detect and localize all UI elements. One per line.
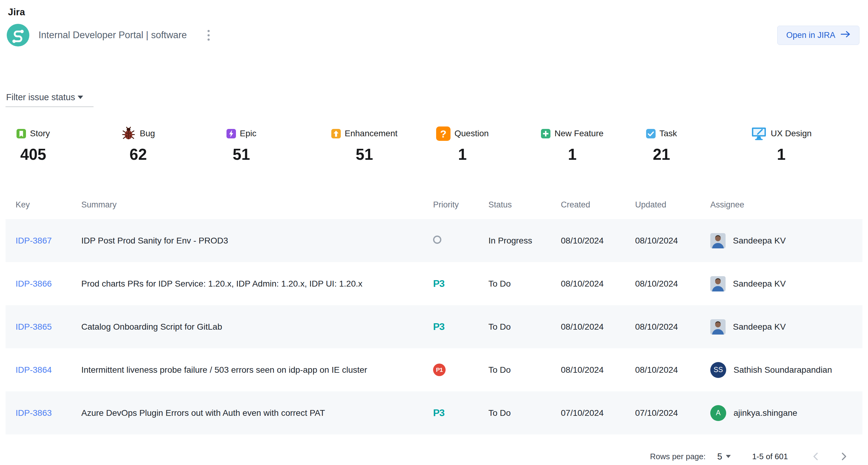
updated-cell: 08/10/2024 <box>625 322 700 332</box>
next-page-button[interactable] <box>835 448 852 465</box>
table-row: IDP-3865Catalog Onboarding Script for Gi… <box>5 305 863 348</box>
chevron-right-icon <box>838 451 849 462</box>
chevron-down-icon <box>78 96 83 99</box>
status-cell: To Do <box>478 408 551 418</box>
column-header-created: Created <box>551 200 625 209</box>
assignee-name: Sandeepa KV <box>733 322 786 332</box>
assignee-cell: Sandeepa KV <box>700 276 863 292</box>
stat-card: Enhancement 51 <box>331 125 398 163</box>
avatar: SS <box>710 362 726 378</box>
table-body: IDP-3867IDP Post Prod Sanity for Env - P… <box>5 219 863 434</box>
summary-cell: Catalog Onboarding Script for GitLab <box>71 322 423 332</box>
status-cell: In Progress <box>478 236 551 246</box>
avatar <box>710 233 725 248</box>
stat-card: UX Design 1 <box>751 125 812 163</box>
priority-cell: P3 <box>423 321 478 332</box>
stat-card: ? Question 1 <box>436 125 489 163</box>
issue-key-link[interactable]: IDP-3866 <box>16 279 52 289</box>
status-cell: To Do <box>478 322 551 332</box>
stat-count: 405 <box>20 145 46 163</box>
summary-cell: IDP Post Prod Sanity for Env - PROD3 <box>71 236 423 246</box>
avatar <box>710 276 725 292</box>
stat-label: Task <box>659 129 677 138</box>
status-cell: To Do <box>478 279 551 289</box>
table-row: IDP-3866Prod charts PRs for IDP Service:… <box>5 262 863 305</box>
column-header-updated: Updated <box>625 200 700 209</box>
assignee-name: Sandeepa KV <box>733 236 786 246</box>
created-cell: 08/10/2024 <box>551 322 625 332</box>
ux-design-icon <box>751 126 767 141</box>
stat-label: Enhancement <box>345 129 398 138</box>
avatar <box>710 319 725 335</box>
key-cell: IDP-3867 <box>5 236 71 246</box>
more-options-button[interactable] <box>204 28 213 43</box>
pagination-bar: Rows per page: 5 1-5 of 601 <box>0 448 852 465</box>
new-feature-icon <box>541 129 551 138</box>
stat-label: Question <box>455 129 489 138</box>
rows-per-page-select[interactable]: 5 <box>717 452 731 462</box>
stat-question: ? Question 1 <box>436 125 541 163</box>
question-icon: ? <box>436 127 451 141</box>
updated-cell: 08/10/2024 <box>625 279 700 289</box>
issue-key-link[interactable]: IDP-3863 <box>16 408 52 418</box>
filter-issue-status-label: Filter issue status <box>6 92 75 102</box>
stat-count: 1 <box>777 145 785 163</box>
stat-header: ? Question <box>436 125 489 142</box>
stat-new-feature: New Feature 1 <box>541 125 646 163</box>
column-header-summary: Summary <box>71 200 423 209</box>
avatar: A <box>710 405 726 421</box>
priority-none-icon <box>433 236 441 244</box>
priority-p3-icon: P3 <box>433 407 444 418</box>
stat-card: Task 21 <box>646 125 677 163</box>
assignee-name: ajinkya.shingane <box>734 408 797 418</box>
priority-cell: P3 <box>423 407 478 419</box>
stat-header: Story <box>17 125 50 142</box>
stat-enhancement: Enhancement 51 <box>331 125 436 163</box>
table-row: IDP-3864Intermittent liveness probe fail… <box>5 348 863 391</box>
key-cell: IDP-3864 <box>5 365 71 375</box>
stat-count: 62 <box>130 145 147 163</box>
issue-key-link[interactable]: IDP-3865 <box>16 322 52 331</box>
project-header: Internal Developer Portal | software Ope… <box>7 24 860 46</box>
assignee-name: Sandeepa KV <box>733 279 786 289</box>
key-cell: IDP-3866 <box>5 279 71 289</box>
created-cell: 08/10/2024 <box>551 236 625 246</box>
project-name: Internal Developer Portal | software <box>38 30 187 41</box>
priority-p3-icon: P3 <box>433 321 444 332</box>
stat-card: Epic 51 <box>226 125 256 163</box>
stat-count: 1 <box>458 145 467 163</box>
epic-icon <box>226 129 236 138</box>
updated-cell: 07/10/2024 <box>625 408 700 418</box>
stat-label: Bug <box>140 129 155 138</box>
stat-header: Bug <box>121 125 155 142</box>
priority-p3-icon: P3 <box>433 278 444 289</box>
page-title: Jira <box>8 7 868 18</box>
previous-page-button[interactable] <box>807 448 825 465</box>
status-cell: To Do <box>478 365 551 375</box>
stat-card: New Feature 1 <box>541 125 603 163</box>
open-in-jira-button[interactable]: Open in JIRA <box>777 26 860 45</box>
stat-label: UX Design <box>771 129 812 138</box>
chevron-down-icon <box>726 455 731 458</box>
chevron-left-icon <box>810 451 822 462</box>
svg-text:?: ? <box>440 128 446 139</box>
issues-table: KeySummaryPriorityStatusCreatedUpdatedAs… <box>5 190 863 434</box>
table-row: IDP-3863Azure DevOps Plugin Errors out w… <box>5 391 863 434</box>
assignee-name: Sathish Soundarapandian <box>734 365 832 375</box>
stat-bug: Bug 62 <box>121 125 226 163</box>
enhancement-icon <box>331 129 341 138</box>
pagination-range: 1-5 of 601 <box>752 452 788 461</box>
stat-count: 51 <box>356 145 373 163</box>
summary-cell: Azure DevOps Plugin Errors out with Auth… <box>71 408 423 418</box>
task-icon <box>646 129 656 138</box>
issue-key-link[interactable]: IDP-3864 <box>16 365 52 374</box>
filter-issue-status-select[interactable]: Filter issue status <box>5 92 94 107</box>
priority-cell: P3 <box>423 278 478 289</box>
rows-per-page-label: Rows per page: <box>650 452 706 461</box>
issue-key-link[interactable]: IDP-3867 <box>16 236 52 245</box>
stat-card: Story 405 <box>17 125 50 163</box>
stat-header: Enhancement <box>331 125 398 142</box>
assignee-cell: SSSathish Soundarapandian <box>700 362 863 378</box>
stat-header: UX Design <box>751 125 812 142</box>
stat-task: Task 21 <box>646 125 751 163</box>
